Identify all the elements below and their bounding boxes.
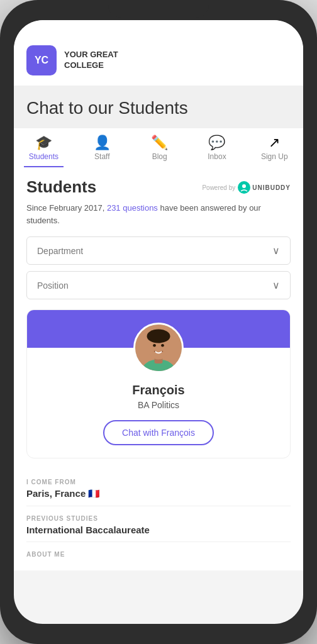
unibuddy-icon <box>238 181 250 194</box>
signup-label: Sign Up <box>261 152 288 161</box>
nav-tab-staff[interactable]: 👤 Staff <box>83 136 121 167</box>
powered-by-text: Powered by <box>202 184 235 191</box>
logo-text-block: YOUR GREAT COLLEGE <box>64 50 118 71</box>
position-dropdown[interactable]: Position ∨ <box>26 271 291 299</box>
questions-count[interactable]: 231 questions <box>107 203 158 213</box>
phone-screen: YC YOUR GREAT COLLEGE Chat to our Studen… <box>14 20 303 624</box>
blog-icon: ✏️ <box>151 136 168 150</box>
main-content: Students Powered by UNIBUDDY <box>14 167 303 469</box>
students-label: Students <box>29 152 58 161</box>
student-avatar <box>133 323 184 373</box>
nav-tab-students[interactable]: 🎓 Students <box>24 136 64 167</box>
student-degree: BA Politics <box>40 400 277 410</box>
nav-tabs: 🎓 Students 👤 Staff ✏️ Blog 💬 Inbox <box>14 136 303 167</box>
position-label: Position <box>37 280 69 291</box>
position-arrow-icon: ∨ <box>272 279 280 291</box>
divider-1 <box>26 506 291 506</box>
signup-icon: ↗ <box>269 136 280 150</box>
nav-tab-inbox[interactable]: 💬 Inbox <box>198 136 236 167</box>
unibuddy-svg <box>240 183 248 192</box>
avatar-container <box>27 323 290 373</box>
department-dropdown[interactable]: Department ∨ <box>26 236 291 265</box>
inbox-icon: 💬 <box>208 136 225 150</box>
student-name: François <box>40 383 277 397</box>
from-value: Paris, France 🇫🇷 <box>26 488 291 499</box>
app-header: YC YOUR GREAT COLLEGE <box>14 20 303 86</box>
powered-by-block: Powered by UNIBUDDY <box>202 181 291 194</box>
divider-2 <box>26 541 291 542</box>
svg-point-6 <box>153 344 156 347</box>
staff-label: Staff <box>94 152 109 161</box>
svg-point-7 <box>161 344 164 347</box>
inbox-label: Inbox <box>208 152 226 161</box>
students-description: Since February 2017, 231 questions have … <box>26 202 291 226</box>
students-header: Students Powered by UNIBUDDY <box>26 177 291 197</box>
from-label: I COME FROM <box>26 479 291 486</box>
student-card: François BA Politics Chat with François <box>26 309 291 458</box>
svg-point-5 <box>147 329 170 343</box>
logo-line2: COLLEGE <box>64 60 118 71</box>
description-prefix: Since February 2017, <box>26 203 107 213</box>
page-title: Chat to our Students <box>26 98 291 118</box>
nav-tab-blog[interactable]: ✏️ Blog <box>141 136 179 167</box>
phone-notch <box>108 0 209 18</box>
blog-label: Blog <box>152 152 167 161</box>
studies-label: PREVIOUS STUDIES <box>26 515 291 522</box>
students-title: Students <box>26 177 96 197</box>
chat-with-francois-button[interactable]: Chat with François <box>103 420 214 445</box>
screen-content: YC YOUR GREAT COLLEGE Chat to our Studen… <box>14 20 303 624</box>
students-icon: 🎓 <box>35 136 52 150</box>
logo-box: YC <box>26 45 57 75</box>
logo-line1: YOUR GREAT <box>64 50 118 60</box>
card-body: François BA Politics Chat with François <box>27 373 290 445</box>
logo-initials: YC <box>35 55 48 66</box>
department-label: Department <box>37 246 83 256</box>
page-title-section: Chat to our Students <box>14 86 303 128</box>
nav-tab-signup[interactable]: ↗ Sign Up <box>255 136 293 167</box>
avatar-svg <box>135 325 182 371</box>
studies-value: International Baccalaureate <box>26 525 291 535</box>
phone-frame: YC YOUR GREAT COLLEGE Chat to our Studen… <box>0 0 317 644</box>
nav-section: 🎓 Students 👤 Staff ✏️ Blog 💬 Inbox <box>14 128 303 167</box>
unibuddy-logo: UNIBUDDY <box>238 181 291 194</box>
staff-icon: 👤 <box>94 136 111 150</box>
info-section: I COME FROM Paris, France 🇫🇷 PREVIOUS ST… <box>14 469 303 570</box>
unibuddy-name: UNIBUDDY <box>252 184 291 191</box>
svg-point-0 <box>242 184 246 188</box>
department-arrow-icon: ∨ <box>272 245 280 257</box>
about-label: ABOUT ME <box>26 551 291 558</box>
